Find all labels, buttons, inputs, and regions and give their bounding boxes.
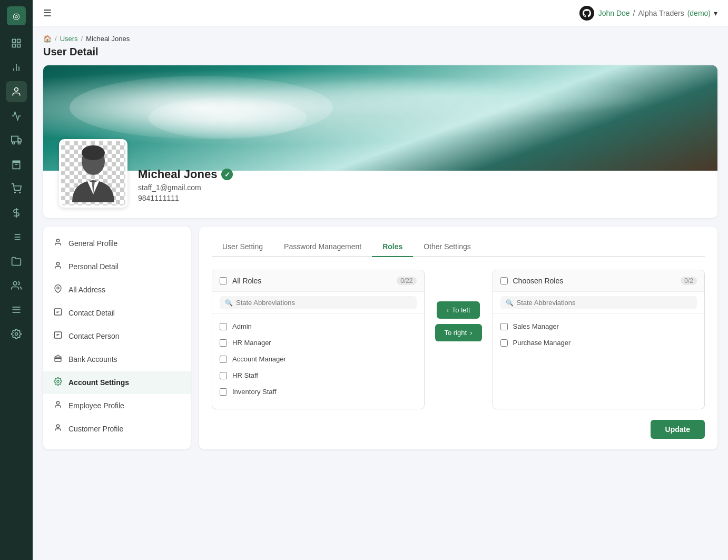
role-checkbox-admin[interactable] xyxy=(220,323,227,330)
chosen-roles-search-area: 🔍 xyxy=(493,292,705,314)
all-roles-search-icon: 🔍 xyxy=(225,299,233,307)
sidebar-item-tasks[interactable] xyxy=(6,227,27,248)
all-roles-count: 0/22 xyxy=(397,277,416,285)
nav-item-employee-profile[interactable]: Employee Profile xyxy=(43,394,191,417)
role-item-account-manager[interactable]: Account Manager xyxy=(212,351,424,367)
sidebar-item-settings[interactable] xyxy=(6,323,27,345)
nav-item-all-address[interactable]: All Address xyxy=(43,278,191,301)
sidebar-item-delivery[interactable] xyxy=(6,130,27,151)
all-roles-search-area: 🔍 xyxy=(212,292,424,314)
svg-point-26 xyxy=(57,287,59,289)
sidebar-item-accounting[interactable] xyxy=(6,202,27,223)
right-panel: User Setting Password Management Roles O… xyxy=(199,227,717,449)
svg-point-24 xyxy=(56,239,59,242)
nav-item-bank-accounts[interactable]: Bank Accounts xyxy=(43,348,191,371)
svg-point-17 xyxy=(13,282,17,286)
to-right-button[interactable]: To right › xyxy=(435,324,482,341)
breadcrumb-current: Micheal Jones xyxy=(86,35,130,43)
role-item-hr-manager[interactable]: HR Manager xyxy=(212,335,424,351)
nav-item-personal-detail[interactable]: Personal Detail xyxy=(43,255,191,278)
home-icon[interactable]: 🏠 xyxy=(43,35,52,43)
tab-other-settings[interactable]: Other Settings xyxy=(413,237,481,257)
to-left-label: To left xyxy=(452,306,470,314)
chosen-roles-count: 0/2 xyxy=(681,277,697,285)
sidebar-item-cart[interactable] xyxy=(6,178,27,199)
role-checkbox-account-manager[interactable] xyxy=(220,356,227,363)
tab-user-setting[interactable]: User Setting xyxy=(212,237,273,257)
to-left-button[interactable]: ‹ To left xyxy=(437,301,479,319)
tab-bar: User Setting Password Management Roles O… xyxy=(212,237,705,257)
svg-point-23 xyxy=(82,145,105,160)
svg-rect-29 xyxy=(55,357,61,361)
sidebar-logo: ◎ xyxy=(7,6,26,25)
user-name: John Doe xyxy=(598,9,630,17)
chosen-role-item-purchase-manager[interactable]: Purchase Manager xyxy=(493,335,705,351)
bank-accounts-icon xyxy=(54,354,62,365)
contact-detail-label: Contact Detail xyxy=(68,309,115,317)
role-checkbox-inventory-staff[interactable] xyxy=(220,388,227,396)
bank-accounts-label: Bank Accounts xyxy=(68,355,117,363)
nav-item-contact-person[interactable]: Contact Person xyxy=(43,325,191,348)
nav-item-account-settings[interactable]: Account Settings xyxy=(43,371,191,394)
nav-item-contact-detail[interactable]: Contact Detail xyxy=(43,301,191,325)
nav-item-customer-profile[interactable]: Customer Profile xyxy=(43,417,191,440)
roles-container: All Roles 0/22 🔍 xyxy=(212,270,705,409)
all-roles-select-all-checkbox[interactable] xyxy=(220,277,227,284)
chosen-role-checkbox-sales-manager[interactable] xyxy=(500,323,508,330)
sidebar-item-dashboard[interactable] xyxy=(6,33,27,54)
tab-password-management[interactable]: Password Management xyxy=(273,237,372,257)
sidebar-item-hr[interactable] xyxy=(6,275,27,296)
all-address-icon xyxy=(54,284,62,295)
breadcrumb: 🏠 / Users / Micheal Jones xyxy=(43,35,717,43)
customer-profile-icon xyxy=(54,424,62,434)
sidebar-item-analytics[interactable] xyxy=(6,105,27,126)
sidebar-item-reports[interactable] xyxy=(6,57,27,78)
hamburger-button[interactable]: ☰ xyxy=(43,7,52,19)
main-area: ☰ John Doe / Alpha Traders (demo) ▾ 🏠 / … xyxy=(33,0,728,560)
chosen-role-checkbox-purchase-manager[interactable] xyxy=(500,339,508,347)
svg-point-8 xyxy=(15,192,16,193)
role-label-hr-manager: HR Manager xyxy=(232,339,271,347)
person-silhouette-icon xyxy=(67,144,120,202)
demo-badge: (demo) xyxy=(687,9,711,17)
general-profile-icon xyxy=(54,238,62,249)
breadcrumb-users-link[interactable]: Users xyxy=(60,35,78,43)
to-right-arrow-icon: › xyxy=(470,329,472,337)
to-right-label: To right xyxy=(445,329,467,337)
sidebar-item-list[interactable] xyxy=(6,299,27,320)
topbar-user-info[interactable]: John Doe / Alpha Traders (demo) ▾ xyxy=(598,9,717,17)
chosen-roles-select-all-checkbox[interactable] xyxy=(500,277,508,284)
verified-icon: ✓ xyxy=(221,169,233,180)
role-checkbox-hr-staff[interactable] xyxy=(220,372,227,379)
topbar-right: John Doe / Alpha Traders (demo) ▾ xyxy=(579,6,717,21)
role-checkbox-hr-manager[interactable] xyxy=(220,339,227,347)
svg-point-33 xyxy=(56,425,59,427)
update-button[interactable]: Update xyxy=(651,420,705,439)
sidebar-item-documents[interactable] xyxy=(6,251,27,272)
customer-profile-label: Customer Profile xyxy=(68,425,123,433)
role-item-hr-staff[interactable]: HR Staff xyxy=(212,367,424,384)
chosen-roles-search-input[interactable] xyxy=(517,299,692,307)
general-profile-label: General Profile xyxy=(68,239,117,248)
topbar: ☰ John Doe / Alpha Traders (demo) ▾ xyxy=(33,0,728,26)
all-roles-list: Admin HR Manager Account Manager xyxy=(212,314,424,409)
role-item-inventory-staff[interactable]: Inventory Staff xyxy=(212,384,424,400)
role-item-admin[interactable]: Admin xyxy=(212,318,424,335)
all-roles-header: All Roles 0/22 xyxy=(212,270,424,292)
chosen-roles-header: Choosen Roles 0/2 xyxy=(493,270,705,292)
chosen-role-item-sales-manager[interactable]: Sales Manager xyxy=(493,318,705,335)
profile-phone: 9841111111 xyxy=(138,194,233,202)
profile-info-section: Micheal Jones ✓ staff_1@gmail.com 984111… xyxy=(43,139,717,218)
all-roles-search-input[interactable] xyxy=(236,299,411,307)
sidebar: ◎ xyxy=(0,0,33,560)
chosen-roles-search-icon: 🔍 xyxy=(506,299,514,307)
breadcrumb-sep-2: / xyxy=(81,35,83,43)
page-title: User Detail xyxy=(43,46,717,58)
sidebar-item-users[interactable] xyxy=(6,81,27,102)
tab-roles[interactable]: Roles xyxy=(372,237,413,257)
profile-name: Micheal Jones ✓ xyxy=(138,168,233,181)
svg-point-6 xyxy=(13,142,15,144)
contact-person-icon xyxy=(54,331,62,341)
sidebar-item-inventory[interactable] xyxy=(6,154,27,175)
nav-item-general-profile[interactable]: General Profile xyxy=(43,232,191,255)
